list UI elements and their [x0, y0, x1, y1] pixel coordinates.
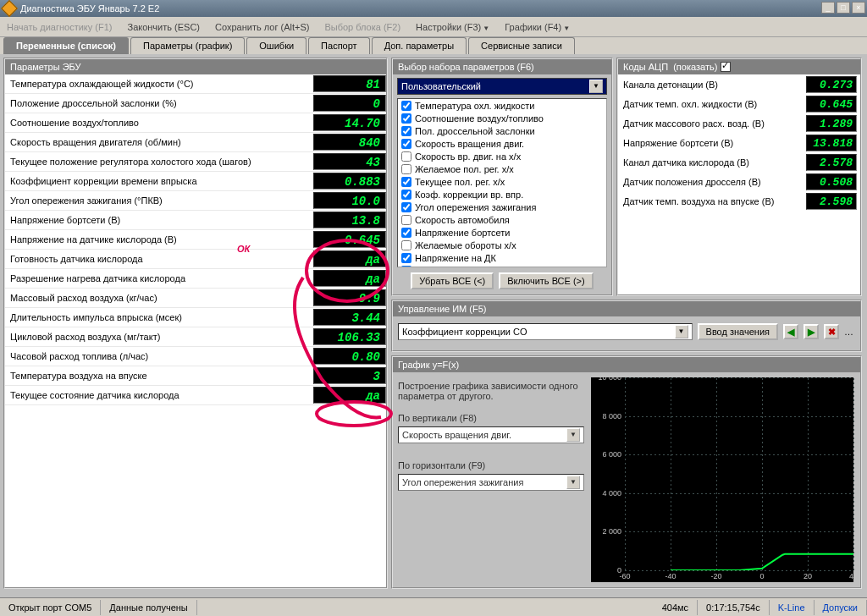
param-row: Массовый расход воздуха (кг/час)9.9 — [5, 289, 386, 308]
checklist-item[interactable]: Пол. дроссельной заслонки — [398, 124, 606, 137]
param-row: Коэффициент коррекции времени впрыска0.8… — [5, 172, 386, 191]
param-value: 81 — [313, 75, 386, 92]
params-header: Параметры ЭБУ — [5, 59, 386, 74]
checklist-checkbox[interactable] — [401, 215, 411, 225]
select-all-button[interactable]: Включить ВСЕ (>) — [499, 272, 593, 289]
checklist-item[interactable]: Коэф. коррекции вр. впр. — [398, 188, 606, 201]
checklist-item[interactable]: Скорость автомобиля — [398, 213, 606, 226]
param-label: Цикловой расход воздуха (мг/такт) — [5, 332, 313, 342]
checklist-label: Скорость вращения двиг. — [415, 139, 524, 149]
horizontal-combo[interactable]: Угол опережения зажигания ▼ — [398, 474, 584, 491]
checklist-checkbox[interactable] — [401, 240, 411, 250]
status-dopuski[interactable]: Допуски — [815, 600, 867, 615]
prev-button[interactable]: ◀ — [783, 324, 798, 339]
param-row: Температура воздуха на впуске3 — [5, 366, 386, 386]
im-panel: Управление ИМ (F5) Коэффициент коррекции… — [391, 300, 862, 352]
next-button[interactable]: ▶ — [803, 324, 819, 339]
checklist-item[interactable]: Напряжение на ДК — [398, 251, 606, 264]
menu-save[interactable]: Сохранить лог (Alt+S) — [215, 22, 309, 32]
checklist-item[interactable]: Желаемое пол. рег. х/х — [398, 162, 606, 175]
tab-variables[interactable]: Переменные (список) — [3, 37, 129, 54]
minimize-button[interactable]: _ — [821, 2, 835, 14]
param-label: Длительность импульса впрыска (мсек) — [5, 312, 313, 322]
checklist-checkbox[interactable] — [401, 101, 411, 111]
checklist-checkbox[interactable] — [401, 164, 411, 174]
checklist-checkbox[interactable] — [401, 228, 411, 238]
checklist-item[interactable]: Скорость вр. двиг. на х/х — [398, 150, 606, 162]
checklist-checkbox[interactable] — [401, 177, 411, 187]
tab-strip: Переменные (список) Параметры (график) О… — [0, 37, 867, 54]
checklist-label: Пол. дроссельной заслонки — [415, 126, 535, 136]
checklist-checkbox[interactable] — [401, 126, 411, 136]
status-bar: Открыт порт COM5 Данные получены 404мс 0… — [0, 597, 867, 616]
checklist-checkbox[interactable] — [401, 151, 411, 162]
checklist-checkbox[interactable] — [401, 253, 411, 263]
dropdown-icon[interactable]: ▼ — [675, 325, 688, 338]
tab-errors[interactable]: Ошибки — [246, 37, 306, 54]
tab-service[interactable]: Сервисные записи — [468, 37, 575, 54]
checklist-item[interactable]: Скорость вращения двиг. — [398, 137, 606, 150]
maximize-button[interactable]: □ — [837, 2, 850, 14]
chart-area: 02 0004 0006 0008 00010 000-60-40-200204… — [591, 377, 853, 582]
vertical-combo[interactable]: Скорость вращения двиг. ▼ — [398, 426, 584, 443]
adc-show-checkbox[interactable] — [721, 62, 731, 72]
checklist-label: Текущее пол. рег. х/х — [415, 177, 505, 187]
checklist-item[interactable]: Напряжение бортсети — [398, 226, 606, 239]
paramset-header: Выбор набора параметров (F6) — [393, 59, 611, 74]
checklist-checkbox[interactable] — [401, 113, 411, 124]
tab-passport[interactable]: Паспорт — [308, 37, 370, 54]
checklist-checkbox[interactable] — [401, 202, 411, 212]
im-combo[interactable]: Коэффициент коррекции CO ▼ — [398, 323, 693, 340]
cancel-button[interactable]: ✖ — [824, 324, 839, 339]
adc-row: Напряжение бортсети (В)13.818 — [618, 133, 860, 152]
menu-end[interactable]: Закончить (ESC) — [127, 22, 200, 32]
param-label: Угол опережения зажигания (°ПКВ) — [5, 195, 313, 206]
adc-row: Датчик положения дросселя (В)0.508 — [618, 172, 860, 191]
dropdown-icon[interactable]: ▼ — [566, 476, 580, 489]
checklist-item[interactable]: Соотношение воздух/топливо — [398, 112, 606, 124]
adc-panel: Коды АЦП (показать) Канала детонации (В)… — [616, 58, 862, 296]
checklist-checkbox[interactable] — [401, 190, 411, 200]
dropdown-icon[interactable]: ▼ — [566, 428, 580, 442]
vertical-label: По вертикали (F8) — [398, 413, 584, 423]
param-label: Текущее положение регулятора холостого х… — [5, 157, 313, 167]
im-enter-button[interactable]: Ввод значения — [698, 323, 778, 340]
param-value: 0.645 — [313, 231, 386, 248]
tab-params-graph[interactable]: Параметры (график) — [130, 37, 245, 54]
param-value: 0.80 — [313, 348, 386, 365]
horizontal-label: По горизонтали (F9) — [398, 460, 584, 470]
chart-line — [625, 377, 853, 570]
params-panel: Параметры ЭБУ Температура охлаждающей жи… — [3, 58, 388, 589]
close-button[interactable]: × — [852, 2, 865, 14]
param-row: Температура охлаждающей жидкости (°C)81 — [5, 74, 386, 94]
status-kline[interactable]: K-Line — [770, 600, 815, 615]
paramset-combo[interactable]: Пользовательский ▼ — [397, 78, 607, 95]
checklist-item[interactable]: Желаемые обороты х/х — [398, 239, 606, 251]
menu-block[interactable]: Выбор блока (F2) — [324, 22, 400, 32]
adc-value: 13.818 — [806, 135, 857, 151]
param-label: Текущее состояние датчика кислорода — [5, 390, 313, 400]
param-value: 14.70 — [313, 114, 386, 131]
tab-extra[interactable]: Доп. параметры — [372, 37, 467, 54]
menu-graphs[interactable]: Графики (F4)▼ — [505, 22, 570, 32]
adc-label: Датчик темп. охл. жидкости (В) — [618, 99, 806, 109]
param-row: Длительность импульса впрыска (мсек)3.44 — [5, 308, 386, 327]
checklist-checkbox[interactable] — [401, 139, 411, 149]
checklist-item[interactable]: Текущее пол. рег. х/х — [398, 175, 606, 188]
checklist-item[interactable]: Температура охл. жидкости — [398, 99, 606, 112]
dropdown-icon[interactable]: ▼ — [589, 80, 603, 93]
menu-bar: Начать диагностику (F1) Закончить (ESC) … — [0, 17, 867, 37]
param-checklist[interactable]: Температура охл. жидкостиСоотношение воз… — [397, 98, 607, 267]
param-row: Скорость вращения двигателя (об/мин)840 — [5, 133, 386, 152]
param-label: Напряжение на датчике кислорода (В) — [5, 234, 313, 245]
menu-start[interactable]: Начать диагностику (F1) — [7, 22, 112, 32]
checklist-label: Коэф. коррекции вр. впр. — [415, 190, 523, 200]
param-label: Температура охлаждающей жидкости (°C) — [5, 79, 313, 89]
param-label: Соотношение воздух/топливо — [5, 118, 313, 128]
menu-settings[interactable]: Настройки (F3)▼ — [416, 22, 489, 32]
clear-all-button[interactable]: Убрать ВСЕ (<) — [411, 272, 494, 289]
checklist-item[interactable]: Угол опережения зажигания — [398, 201, 606, 213]
param-value: 3.44 — [313, 309, 386, 326]
status-time: 0:17:15,754с — [698, 600, 770, 615]
param-value: да — [313, 387, 386, 404]
